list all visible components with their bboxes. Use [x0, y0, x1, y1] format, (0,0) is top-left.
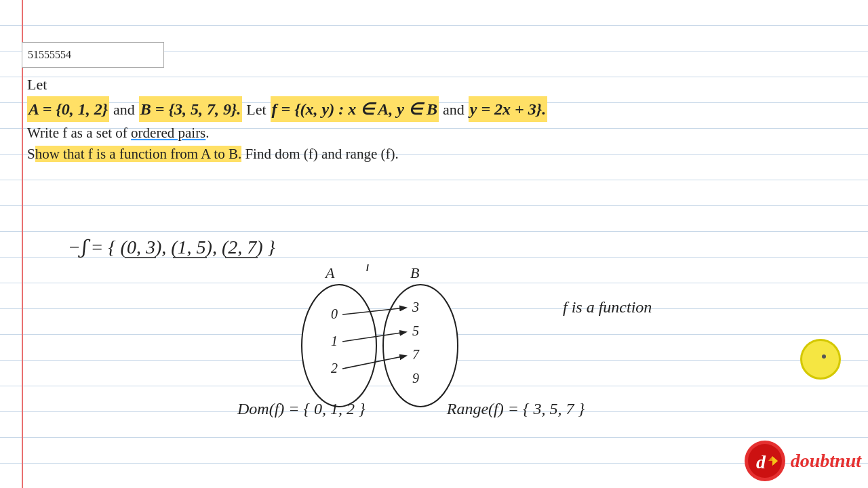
page-content: 51555554 Let A = {0, 1, 2} and B = {3, 5… — [0, 0, 868, 488]
svg-text:3: 3 — [412, 300, 419, 314]
svg-text:−ʃ = { (0, 3),  (1, 5),  (2, 7: −ʃ = { (0, 3), (1, 5), (2, 7) } — [68, 237, 275, 258]
doubtnut-logo-icon: d — [745, 441, 785, 481]
id-number: 51555554 — [28, 49, 71, 61]
condition-expr: y = 2x + 3}. — [469, 96, 547, 122]
ordered-pairs-text: ordered pairs — [131, 125, 205, 141]
write-line: Write f as a set of ordered pairs. — [27, 125, 841, 142]
sets-line: A = {0, 1, 2} and B = {3, 5, 7, 9}. Let … — [27, 96, 841, 122]
dom-f-text: Dom(f) = { 0, 1, 2 } — [237, 400, 366, 418]
set-B-expr: B = {3, 5, 7, 9}. — [139, 96, 242, 122]
svg-text:7: 7 — [412, 347, 420, 362]
let-2: Let — [246, 98, 266, 121]
and-connector-1: and — [113, 98, 135, 121]
yellow-circle-decoration — [800, 339, 841, 380]
svg-text:d: d — [756, 451, 766, 472]
svg-text:B: B — [410, 264, 419, 281]
id-badge: 51555554 — [22, 42, 164, 68]
svg-text:2: 2 — [331, 361, 338, 375]
show-line: Show that f is a function from A to B. F… — [27, 146, 841, 163]
set-A-expr: A = {0, 1, 2} — [27, 96, 109, 122]
svg-point-8 — [383, 285, 458, 407]
and-connector-2: and — [443, 98, 465, 121]
show-text-end: Find dom (f) and range (f). — [245, 146, 398, 162]
doubtnut-brand-name: doubtnut — [791, 450, 861, 472]
svg-text:f: f — [366, 264, 372, 271]
svg-text:9: 9 — [412, 371, 419, 386]
doubtnut-logo-svg: d — [748, 444, 782, 478]
f-is-function-text: f is a function — [563, 298, 652, 317]
svg-point-7 — [302, 285, 376, 407]
watermark: d doubtnut — [745, 441, 861, 481]
function-f-expr: f = {(x, y) : x ∈ A, y ∈ B — [271, 96, 439, 122]
function-diagram: A f B 0 1 2 3 5 7 9 — [285, 264, 488, 413]
svg-text:A: A — [324, 264, 335, 281]
f-set-answer-line: −ʃ = { (0, 3), (1, 5), (2, 7) } — [68, 225, 441, 270]
f-set-svg: −ʃ = { (0, 3), (1, 5), (2, 7) } — [68, 225, 441, 266]
range-f-text: Range(f) = { 3, 5, 7 } — [447, 400, 585, 418]
svg-text:5: 5 — [412, 323, 419, 338]
diagram-container: A f B 0 1 2 3 5 7 9 — [285, 264, 488, 416]
yellow-dot-center — [822, 354, 826, 359]
svg-text:1: 1 — [331, 333, 338, 348]
dom-range-area: Dom(f) = { 0, 1, 2 } Range(f) = { 3, 5, … — [237, 400, 585, 418]
problem-area: Let A = {0, 1, 2} and B = {3, 5, 7, 9}. … — [27, 76, 841, 163]
let-label: Let — [27, 76, 841, 94]
show-text-highlighted: how that f is a function from A to B. — [35, 146, 241, 162]
show-text-start: S — [27, 146, 35, 162]
svg-text:0: 0 — [331, 306, 338, 321]
